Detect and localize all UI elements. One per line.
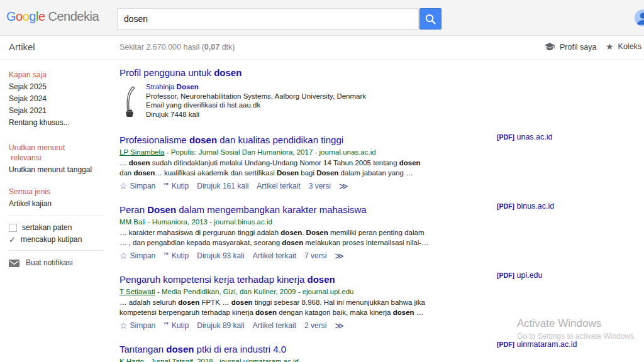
filter-since-2024[interactable]: Sejak 2024 xyxy=(9,93,113,105)
cite-button[interactable]: ””Kutip xyxy=(164,251,189,260)
sort-by-relevance[interactable]: Urutkan menurut relevansi xyxy=(9,142,113,164)
result-stats: Sekitar 2.670.000 hasil (0,07 dtk) xyxy=(119,43,235,52)
checkbox-unchecked-icon xyxy=(9,224,17,232)
logo-letter: o xyxy=(23,9,30,23)
double-arrow-icon[interactable]: ≫ xyxy=(335,251,344,261)
my-profile-label: Profil saya xyxy=(560,43,596,52)
results-list: Profil pengguna untuk dosen Strahinja Do… xyxy=(119,67,481,362)
save-star-icon: ☆ xyxy=(119,251,128,260)
result-byline: T Setiawati - Media Pendidikan, Gizi, da… xyxy=(119,287,481,297)
search-result: Tantangan dosen ptki di era industri 4.0… xyxy=(119,343,481,362)
subheader: Artikel Sekitar 2.670.000 hasil (0,07 dt… xyxy=(0,36,644,60)
pdf-tag: [PDF] xyxy=(497,341,514,348)
pdf-tag: [PDF] xyxy=(497,133,514,141)
envelope-icon xyxy=(9,260,19,267)
include-patents-label: sertakan paten xyxy=(22,222,72,234)
google-scholar-page: GoogleCendekia Artikel Sekitar 2.670.000… xyxy=(0,0,644,362)
author-link[interactable]: T Setiawati xyxy=(119,288,155,295)
include-citations-checkbox[interactable]: ✓ mencakup kutipan xyxy=(9,234,113,246)
sidebar-divider xyxy=(9,250,103,251)
versions-link[interactable]: 3 versi xyxy=(309,182,331,190)
search-input[interactable] xyxy=(117,8,419,30)
graduation-cap-icon xyxy=(544,42,555,52)
pdf-tag: [PDF] xyxy=(497,272,514,279)
search-button[interactable] xyxy=(419,8,441,30)
author-link[interactable]: K Harto xyxy=(119,358,144,362)
avatar-person-icon xyxy=(635,9,644,26)
byline-rest: - Populis: Jurnal Sosial Dan Humaniora, … xyxy=(164,148,375,156)
result-snippet: … dosen sudah ditindaklanjuti melalui Un… xyxy=(119,158,472,178)
pdf-link[interactable]: [PDF] uinmataram.ac.id xyxy=(497,340,577,349)
author-affiliation: Professor, Neurorehabilitation Systems, … xyxy=(146,92,366,101)
type-filter-group: Semua jenis Artikel kajian xyxy=(9,186,113,210)
related-articles-link[interactable]: Artikel terkait xyxy=(253,251,296,260)
result-title-link[interactable]: Tantangan dosen ptki di era industri 4.0 xyxy=(119,343,481,355)
author-cited-count: Dirujuk 7448 kali xyxy=(146,110,366,119)
cite-quote-icon: ”” xyxy=(164,322,169,330)
result-actions: ☆Simpan ””Kutip Dirujuk 161 kali Artikel… xyxy=(119,181,481,191)
search-result: Profesionalisme dosen dan kualitas pendi… xyxy=(119,134,481,191)
filter-any-time[interactable]: Kapan saja xyxy=(9,69,113,81)
my-profile-link[interactable]: Profil saya xyxy=(544,42,596,52)
author-link[interactable]: LP Sinambela xyxy=(119,148,164,156)
byline-rest: - Humaniora, 2013 - journal.binus.ac.id xyxy=(146,218,272,226)
cited-by-link[interactable]: Dirujuk 93 kali xyxy=(197,251,244,260)
checkmark-icon: ✓ xyxy=(9,234,17,246)
pdf-link[interactable]: [PDF] unas.ac.id xyxy=(497,133,552,141)
library-star-icon: ★ xyxy=(606,42,614,51)
watermark-line1: Activate Windows xyxy=(517,317,636,330)
create-alert-label: Buat notifikasi xyxy=(26,257,73,269)
logo-suffix: Cendekia xyxy=(48,9,99,23)
sort-filter-group: Urutkan menurut relevansi Urutkan menuru… xyxy=(9,142,113,176)
include-patents-checkbox[interactable]: sertakan paten xyxy=(9,222,113,234)
my-library-label: Koleks xyxy=(618,42,642,51)
toggle-group: sertakan paten ✓ mencakup kutipan xyxy=(9,222,113,246)
account-avatar[interactable] xyxy=(635,9,644,26)
result-snippet: … karakter mahasiswa di perguruan tinggi… xyxy=(119,228,472,248)
logo-letter: G xyxy=(6,9,16,23)
filter-since-2021[interactable]: Sejak 2021 xyxy=(9,105,113,117)
include-citations-label: mencakup kutipan xyxy=(21,234,82,246)
versions-link[interactable]: 7 versi xyxy=(304,251,326,260)
filter-custom-range[interactable]: Rentang khusus... xyxy=(9,117,113,129)
result-title-link[interactable]: Peran Dosen dalam mengembangkan karakter… xyxy=(119,204,481,216)
save-button[interactable]: ☆Simpan xyxy=(119,182,155,190)
author-quill-icon xyxy=(121,86,138,120)
create-alert-button[interactable]: Buat notifikasi xyxy=(9,257,113,269)
filter-since-2025[interactable]: Sejak 2025 xyxy=(9,81,113,93)
result-actions: ☆Simpan ””Kutip Dirujuk 89 kali Artikel … xyxy=(119,321,481,331)
header: GoogleCendekia xyxy=(0,0,644,36)
save-button[interactable]: ☆Simpan xyxy=(119,321,155,330)
cited-by-link[interactable]: Dirujuk 161 kali xyxy=(197,182,248,190)
byline-rest: - Media Pendidikan, Gizi, dan Kuliner, 2… xyxy=(155,288,354,295)
result-byline: LP Sinambela - Populis: Jurnal Sosial Da… xyxy=(119,147,481,157)
double-arrow-icon[interactable]: ≫ xyxy=(335,321,344,331)
google-cendekia-logo[interactable]: GoogleCendekia xyxy=(6,9,99,24)
cited-by-link[interactable]: Dirujuk 89 kali xyxy=(197,321,244,330)
result-title-link[interactable]: Pengaruh kompetensi kerja terhadap kiner… xyxy=(119,273,481,285)
result-snippet: … adalah seluruh dosen FPTK … dosen ting… xyxy=(119,298,472,317)
save-star-icon: ☆ xyxy=(119,321,128,330)
search-result: Pengaruh kompetensi kerja terhadap kiner… xyxy=(119,273,481,331)
sort-by-date[interactable]: Urutkan menurut tanggal xyxy=(9,164,113,176)
pdf-link[interactable]: [PDF] binus.ac.id xyxy=(497,202,554,211)
result-byline: MM Bali - Humaniora, 2013 - journal.binu… xyxy=(119,217,481,227)
cite-button[interactable]: ””Kutip xyxy=(164,182,189,190)
cite-button[interactable]: ””Kutip xyxy=(164,321,189,330)
double-arrow-icon[interactable]: ≫ xyxy=(339,181,348,191)
byline-rest: - Jurnal Tatsqif, 2018 - journal.uinmata… xyxy=(144,358,299,362)
filter-review-articles[interactable]: Artikel kajian xyxy=(9,198,113,210)
related-articles-link[interactable]: Artikel terkait xyxy=(257,182,300,190)
result-title-link[interactable]: Profesionalisme dosen dan kualitas pendi… xyxy=(119,134,481,146)
profiles-for-query-link[interactable]: Profil pengguna untuk dosen xyxy=(119,67,481,79)
logo-letter: e xyxy=(38,9,45,23)
related-articles-link[interactable]: Artikel terkait xyxy=(253,321,296,330)
save-button[interactable]: ☆Simpan xyxy=(119,251,155,260)
filter-all-types[interactable]: Semua jenis xyxy=(9,186,113,198)
author-profile-link[interactable]: Strahinja Dosen xyxy=(146,82,366,91)
my-library-link[interactable]: ★ Koleks xyxy=(606,42,641,51)
search-icon xyxy=(425,13,436,25)
pdf-link[interactable]: [PDF] upi.edu xyxy=(497,271,543,280)
cite-quote-icon: ”” xyxy=(164,253,169,260)
versions-link[interactable]: 2 versi xyxy=(304,321,326,330)
